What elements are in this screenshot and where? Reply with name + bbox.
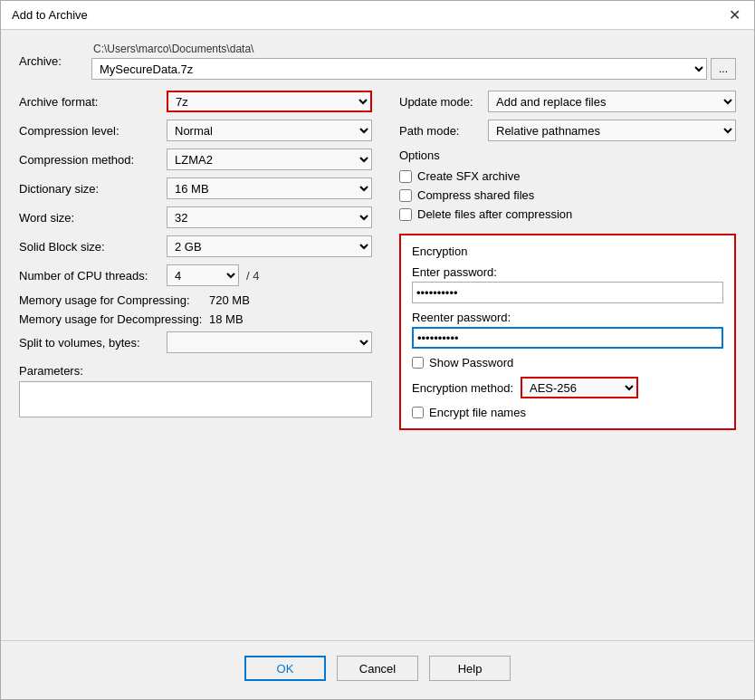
browse-button[interactable]: ... xyxy=(711,58,736,80)
encrypt-filenames-row: Encrypt file names xyxy=(412,406,723,419)
archive-format-row: Archive format: 7z xyxy=(19,91,372,112)
archive-format-select[interactable]: 7z xyxy=(167,91,372,112)
word-size-select[interactable]: 32 xyxy=(167,206,372,228)
cpu-threads-label: Number of CPU threads: xyxy=(19,269,159,283)
mem-compress-row: Memory usage for Compressing: 720 MB xyxy=(19,293,372,307)
enter-password-input[interactable] xyxy=(412,282,723,303)
delete-after-label[interactable]: Delete files after compression xyxy=(417,207,572,221)
dialog-title: Add to Archive xyxy=(12,8,88,22)
archive-row: Archive: C:\Users\marco\Documents\data\ … xyxy=(19,43,736,80)
dialog-footer: OK Cancel Help xyxy=(1,640,754,699)
shared-checkbox[interactable] xyxy=(399,189,412,202)
compression-method-select[interactable]: LZMA2 xyxy=(167,149,372,170)
solid-block-row: Solid Block size: 2 GB xyxy=(19,235,372,257)
encryption-method-row: Encryption method: AES-256 xyxy=(412,377,723,398)
split-volumes-label: Split to volumes, bytes: xyxy=(19,336,159,350)
options-title: Options xyxy=(399,149,736,162)
parameters-section: Parameters: xyxy=(19,364,372,417)
update-mode-row: Update mode: Add and replace files xyxy=(399,91,736,112)
mem-compress-label: Memory usage for Compressing: xyxy=(19,293,209,307)
title-bar: Add to Archive ✕ xyxy=(1,1,754,30)
archive-input-row: MySecureData.7z ... xyxy=(91,58,736,80)
dictionary-size-select[interactable]: 16 MB xyxy=(167,177,372,199)
split-volumes-row: Split to volumes, bytes: xyxy=(19,331,372,353)
solid-block-select[interactable]: 2 GB xyxy=(167,235,372,257)
solid-block-label: Solid Block size: xyxy=(19,240,159,254)
right-column: Update mode: Add and replace files Path … xyxy=(390,91,736,628)
archive-format-label: Archive format: xyxy=(19,95,159,109)
sfx-checkbox-row: Create SFX archive xyxy=(399,169,736,183)
main-columns: Archive format: 7z Compression level: No… xyxy=(19,91,736,628)
help-button[interactable]: Help xyxy=(429,656,511,681)
mem-compress-value: 720 MB xyxy=(209,293,250,307)
archive-label: Archive: xyxy=(19,54,82,68)
path-mode-label: Path mode: xyxy=(399,124,481,138)
word-size-label: Word size: xyxy=(19,211,159,225)
path-mode-select[interactable]: Relative pathnames xyxy=(488,120,736,141)
sfx-label[interactable]: Create SFX archive xyxy=(417,169,520,183)
split-volumes-select[interactable] xyxy=(167,331,372,353)
reenter-password-label: Reenter password: xyxy=(412,311,723,324)
dialog-content: Archive: C:\Users\marco\Documents\data\ … xyxy=(1,30,754,640)
encryption-title: Encryption xyxy=(412,245,723,258)
left-column: Archive format: 7z Compression level: No… xyxy=(19,91,390,628)
cancel-button[interactable]: Cancel xyxy=(337,656,418,681)
encryption-method-select[interactable]: AES-256 xyxy=(521,377,638,398)
update-mode-label: Update mode: xyxy=(399,95,481,109)
archive-path-wrap: C:\Users\marco\Documents\data\ MySecureD… xyxy=(91,43,736,80)
parameters-label: Parameters: xyxy=(19,364,372,378)
compression-method-label: Compression method: xyxy=(19,153,159,167)
ok-button[interactable]: OK xyxy=(244,656,326,681)
word-size-row: Word size: 32 xyxy=(19,206,372,228)
parameters-input[interactable] xyxy=(19,381,372,417)
path-mode-row: Path mode: Relative pathnames xyxy=(399,120,736,141)
cpu-threads-select[interactable]: 4 xyxy=(167,264,239,286)
reenter-password-input[interactable] xyxy=(412,327,723,349)
shared-label[interactable]: Compress shared files xyxy=(417,188,534,202)
add-to-archive-dialog: Add to Archive ✕ Archive: C:\Users\marco… xyxy=(0,0,755,700)
delete-checkbox-row: Delete files after compression xyxy=(399,207,736,221)
mem-decompress-row: Memory usage for Decompressing: 18 MB xyxy=(19,312,372,326)
sfx-checkbox[interactable] xyxy=(399,170,412,183)
cpu-threads-row: Number of CPU threads: 4 / 4 xyxy=(19,264,372,286)
compression-method-row: Compression method: LZMA2 xyxy=(19,149,372,170)
enter-password-label: Enter password: xyxy=(412,265,723,279)
encrypt-filenames-checkbox[interactable] xyxy=(412,407,424,418)
dictionary-size-label: Dictionary size: xyxy=(19,182,159,196)
archive-path-text: C:\Users\marco\Documents\data\ xyxy=(93,43,736,55)
cpu-suffix: / 4 xyxy=(246,269,259,283)
encrypt-filenames-label[interactable]: Encrypt file names xyxy=(429,406,526,419)
close-button[interactable]: ✕ xyxy=(725,6,743,24)
options-section: Options Create SFX archive Compress shar… xyxy=(399,149,736,221)
encryption-method-label: Encryption method: xyxy=(412,381,513,395)
shared-checkbox-row: Compress shared files xyxy=(399,188,736,202)
encryption-section: Encryption Enter password: Reenter passw… xyxy=(399,234,736,430)
compression-level-row: Compression level: Normal xyxy=(19,120,372,141)
show-password-checkbox[interactable] xyxy=(412,357,424,369)
update-mode-select[interactable]: Add and replace files xyxy=(488,91,736,112)
mem-decompress-value: 18 MB xyxy=(209,312,244,326)
show-password-label[interactable]: Show Password xyxy=(429,356,513,369)
archive-filename-select[interactable]: MySecureData.7z xyxy=(91,58,707,80)
mem-decompress-label: Memory usage for Decompressing: xyxy=(19,312,209,326)
dictionary-size-row: Dictionary size: 16 MB xyxy=(19,177,372,199)
compression-level-select[interactable]: Normal xyxy=(167,120,372,141)
show-password-row: Show Password xyxy=(412,356,723,369)
delete-after-checkbox[interactable] xyxy=(399,208,412,221)
compression-level-label: Compression level: xyxy=(19,124,159,138)
